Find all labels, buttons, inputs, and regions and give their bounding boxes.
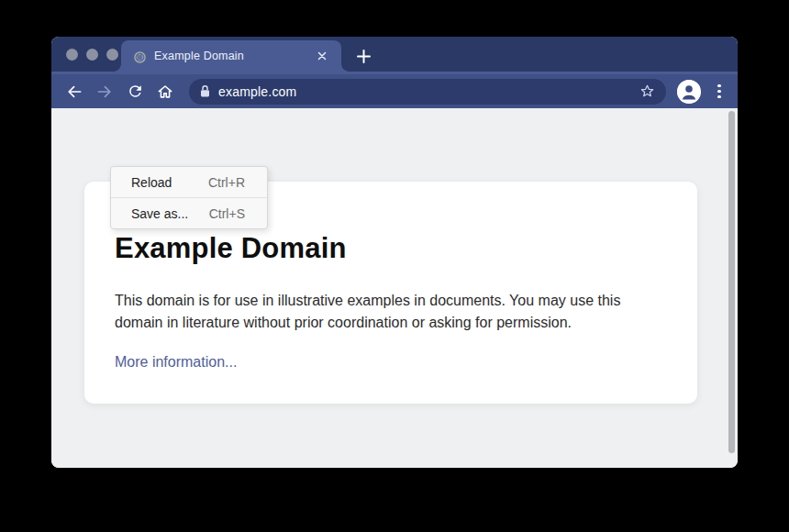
menu-item-label: Reload xyxy=(131,175,172,190)
page-content: Example Domain This domain is for use in… xyxy=(51,108,738,468)
toolbar: example.com xyxy=(51,72,738,108)
window-zoom-button[interactable] xyxy=(106,49,118,61)
browser-tab[interactable]: Example Domain xyxy=(121,40,341,72)
vertical-scrollbar[interactable] xyxy=(728,111,735,453)
bookmark-button[interactable] xyxy=(636,81,658,103)
plus-icon xyxy=(357,50,371,63)
browser-window: Example Domain xyxy=(51,37,738,468)
traffic-lights xyxy=(66,37,118,72)
new-tab-button[interactable] xyxy=(350,43,376,69)
home-button[interactable] xyxy=(153,80,177,104)
close-icon xyxy=(317,51,327,61)
profile-button[interactable] xyxy=(677,80,701,104)
address-bar[interactable]: example.com xyxy=(189,79,666,105)
more-information-link[interactable]: More information... xyxy=(115,354,237,371)
lock-icon xyxy=(199,84,211,98)
forward-arrow-icon xyxy=(95,83,114,101)
page-paragraph: This domain is for use in illustrative e… xyxy=(115,290,664,334)
menu-item-shortcut: Ctrl+S xyxy=(209,206,245,221)
home-icon xyxy=(156,83,174,101)
menu-item-label: Save as... xyxy=(131,206,188,221)
menu-item-reload[interactable]: Reload Ctrl+R xyxy=(111,167,267,197)
tab-close-button[interactable] xyxy=(314,48,330,64)
menu-item-save-as[interactable]: Save as... Ctrl+S xyxy=(111,198,267,228)
back-arrow-icon xyxy=(65,83,83,101)
back-button[interactable] xyxy=(62,80,86,104)
url-text[interactable]: example.com xyxy=(218,84,636,99)
page-title: Example Domain xyxy=(115,232,664,265)
menu-item-shortcut: Ctrl+R xyxy=(208,175,245,190)
star-icon xyxy=(639,83,656,100)
globe-favicon-icon xyxy=(134,50,146,62)
avatar-icon xyxy=(677,80,701,104)
reload-button[interactable] xyxy=(123,80,147,104)
tab-title: Example Domain xyxy=(154,50,314,62)
window-minimize-button[interactable] xyxy=(86,49,98,61)
titlebar: Example Domain xyxy=(51,37,738,72)
window-close-button[interactable] xyxy=(66,49,78,61)
kebab-menu-icon xyxy=(717,84,721,88)
reload-icon xyxy=(127,83,144,100)
browser-menu-button[interactable] xyxy=(712,80,727,104)
context-menu: Reload Ctrl+R Save as... Ctrl+S xyxy=(110,166,268,229)
forward-button[interactable] xyxy=(93,80,117,104)
